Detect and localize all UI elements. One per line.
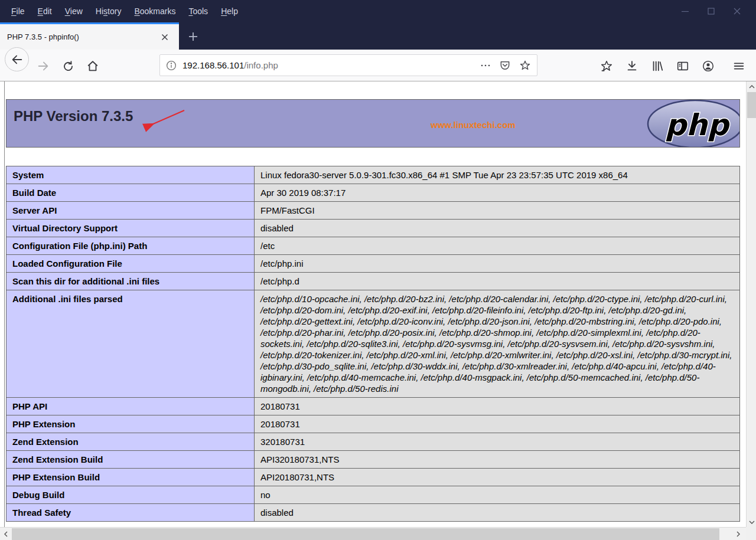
menu-item-bookmarks[interactable]: Bookmarks xyxy=(128,0,182,22)
sidebars-icon[interactable] xyxy=(675,58,690,74)
window-controls xyxy=(672,0,750,22)
chevron-up-icon xyxy=(749,85,755,89)
browser-window: FileEditViewHistoryBookmarksToolsHelp PH xyxy=(0,0,756,540)
menu-item-view[interactable]: View xyxy=(58,0,89,22)
tab-title: PHP 7.3.5 - phpinfo() xyxy=(7,32,158,41)
window-titlebar: FileEditViewHistoryBookmarksToolsHelp xyxy=(0,0,756,22)
table-row: Loaded Configuration File /etc/php.ini xyxy=(6,255,740,273)
navigation-toolbar: 192.168.56.101/info.php xyxy=(0,50,756,81)
info-value-cell: disabled xyxy=(255,504,740,522)
close-icon xyxy=(733,7,741,15)
info-value-cell: 20180731 xyxy=(255,415,740,433)
info-value-cell: /etc/php.d/10-opcache.ini, /etc/php.d/20… xyxy=(255,290,740,398)
new-tab-button[interactable] xyxy=(182,27,204,46)
home-icon xyxy=(86,60,99,73)
info-label-cell: PHP API xyxy=(6,398,255,415)
menu-item-tools[interactable]: Tools xyxy=(182,0,214,22)
table-row: PHP API 20180731 xyxy=(6,398,740,415)
pocket-icon[interactable] xyxy=(499,60,511,71)
back-arrow-icon xyxy=(11,53,24,66)
menu-item-help[interactable]: Help xyxy=(214,0,245,22)
phpinfo-header-box: PHP Version 7.3.5 www.linuxtechi.com php xyxy=(6,99,740,148)
menu-bar: FileEditViewHistoryBookmarksToolsHelp xyxy=(5,0,245,22)
vertical-scrollbar-thumb[interactable] xyxy=(747,92,756,118)
horizontal-scrollbar[interactable] xyxy=(0,527,746,540)
php-logo: php xyxy=(645,99,740,148)
maximize-icon xyxy=(707,7,715,15)
downloads-icon[interactable] xyxy=(624,58,640,74)
info-value-cell: Linux fedora30-server 5.0.9-301.fc30.x86… xyxy=(255,166,740,184)
chevron-right-icon xyxy=(737,531,740,537)
reload-button[interactable] xyxy=(60,58,76,74)
library-icon[interactable] xyxy=(650,58,665,74)
info-value-cell: 20180731 xyxy=(255,398,740,415)
info-label-cell: Debug Build xyxy=(6,486,255,504)
menu-item-edit[interactable]: Edit xyxy=(31,0,58,22)
tab-close-button[interactable] xyxy=(158,30,172,44)
home-button[interactable] xyxy=(85,58,100,74)
menu-button[interactable] xyxy=(731,58,747,74)
table-row: Build Date Apr 30 2019 08:37:17 xyxy=(6,184,740,202)
info-value-cell: 320180731 xyxy=(255,433,740,451)
chevron-left-icon xyxy=(4,531,8,537)
phpinfo-table: System Linux fedora30-server 5.0.9-301.f… xyxy=(6,166,740,522)
info-label-cell: Zend Extension Build xyxy=(6,451,255,469)
forward-button[interactable] xyxy=(35,58,51,74)
toolbar-right-icons xyxy=(599,58,726,74)
minimize-button[interactable] xyxy=(672,2,698,20)
menu-item-file[interactable]: File xyxy=(5,0,31,22)
url-path: /info.php xyxy=(244,60,278,70)
content-left-border xyxy=(4,81,5,527)
info-label-cell: System xyxy=(6,166,255,184)
info-label-cell: PHP Extension Build xyxy=(6,469,255,486)
scroll-left-button[interactable] xyxy=(0,528,12,540)
bookmarks-star-badge-icon[interactable] xyxy=(599,58,614,74)
scrollbar-corner xyxy=(746,527,756,540)
hamburger-icon xyxy=(732,60,745,73)
info-label-cell: Additional .ini files parsed xyxy=(6,290,255,398)
table-row: Zend Extension Build API320180731,NTS xyxy=(6,451,740,469)
bookmark-star-icon[interactable] xyxy=(519,60,531,71)
forward-arrow-icon xyxy=(37,60,50,73)
info-value-cell: /etc/php.ini xyxy=(255,255,740,273)
table-row: PHP Extension 20180731 xyxy=(6,415,740,433)
annotation-arrow xyxy=(139,108,189,134)
table-row: Server API FPM/FastCGI xyxy=(6,202,740,220)
info-label-cell: Configuration File (php.ini) Path xyxy=(6,237,255,255)
site-info-icon[interactable] xyxy=(166,60,177,71)
url-bar[interactable]: 192.168.56.101/info.php xyxy=(159,54,537,76)
close-button[interactable] xyxy=(724,2,750,20)
info-label-cell: PHP Extension xyxy=(6,415,255,433)
info-value-cell: FPM/FastCGI xyxy=(255,202,740,220)
close-icon xyxy=(161,33,169,41)
info-value-cell: Apr 30 2019 08:37:17 xyxy=(255,184,740,202)
back-button[interactable] xyxy=(5,47,29,71)
table-row: Debug Build no xyxy=(6,486,740,504)
info-value-cell: API320180731,NTS xyxy=(255,451,740,469)
scroll-right-button[interactable] xyxy=(732,528,744,540)
page-actions-icon[interactable] xyxy=(480,60,491,71)
tab-bar: PHP 7.3.5 - phpinfo() xyxy=(0,22,756,50)
info-label-cell: Loaded Configuration File xyxy=(6,255,255,273)
menu-item-history[interactable]: History xyxy=(89,0,128,22)
table-row: Configuration File (php.ini) Path /etc xyxy=(6,237,740,255)
horizontal-scrollbar-thumb[interactable] xyxy=(12,528,719,540)
minimize-icon xyxy=(681,7,689,15)
scroll-down-button[interactable] xyxy=(747,517,756,527)
info-value-cell: API20180731,NTS xyxy=(255,469,740,486)
info-value-cell: no xyxy=(255,486,740,504)
reload-icon xyxy=(62,60,74,73)
table-row: Virtual Directory Support disabled xyxy=(6,220,740,237)
table-row: Scan this dir for additional .ini files … xyxy=(6,273,740,290)
vertical-scrollbar[interactable] xyxy=(746,81,756,527)
table-row: Thread Safety disabled xyxy=(6,504,740,522)
info-value-cell: /etc/php.d xyxy=(255,273,740,290)
page-content: PHP Version 7.3.5 www.linuxtechi.com php xyxy=(0,81,756,527)
info-label-cell: Scan this dir for additional .ini files xyxy=(6,273,255,290)
table-row: PHP Extension Build API20180731,NTS xyxy=(6,469,740,486)
scroll-up-button[interactable] xyxy=(747,81,756,91)
tab-phpinfo[interactable]: PHP 7.3.5 - phpinfo() xyxy=(0,22,179,50)
info-label-cell: Thread Safety xyxy=(6,504,255,522)
account-icon[interactable] xyxy=(700,58,716,74)
maximize-button[interactable] xyxy=(698,2,724,20)
